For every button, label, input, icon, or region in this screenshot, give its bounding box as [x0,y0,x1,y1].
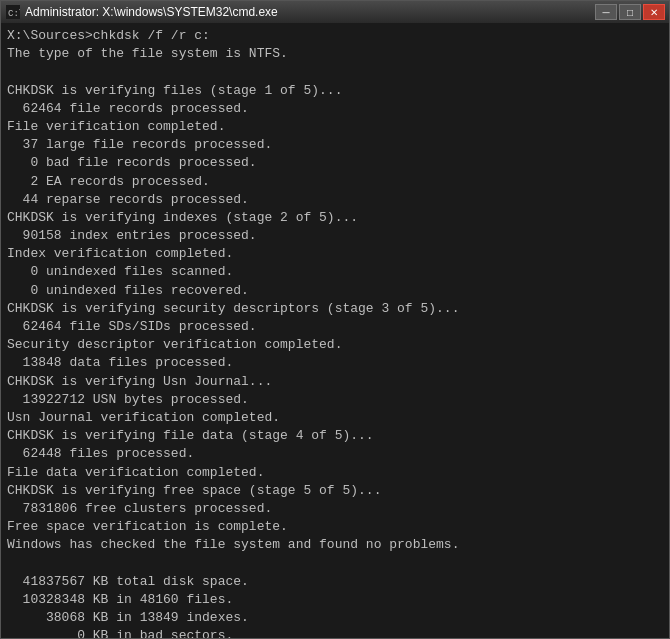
titlebar: C:\ Administrator: X:\windows\SYSTEM32\c… [1,1,669,23]
minimize-button[interactable]: ─ [595,4,617,20]
close-button[interactable]: ✕ [643,4,665,20]
titlebar-left: C:\ Administrator: X:\windows\SYSTEM32\c… [5,4,278,20]
cmd-window: C:\ Administrator: X:\windows\SYSTEM32\c… [0,0,670,639]
console-container: X:\Sources>chkdsk /f /r c: The type of t… [1,23,669,638]
titlebar-title: Administrator: X:\windows\SYSTEM32\cmd.e… [25,5,278,19]
titlebar-buttons: ─ □ ✕ [595,4,665,20]
maximize-button[interactable]: □ [619,4,641,20]
console-output: X:\Sources>chkdsk /f /r c: The type of t… [1,23,669,638]
cmd-icon: C:\ [5,4,21,20]
svg-text:C:\: C:\ [8,9,20,19]
console-scroll[interactable]: X:\Sources>chkdsk /f /r c: The type of t… [1,23,669,638]
